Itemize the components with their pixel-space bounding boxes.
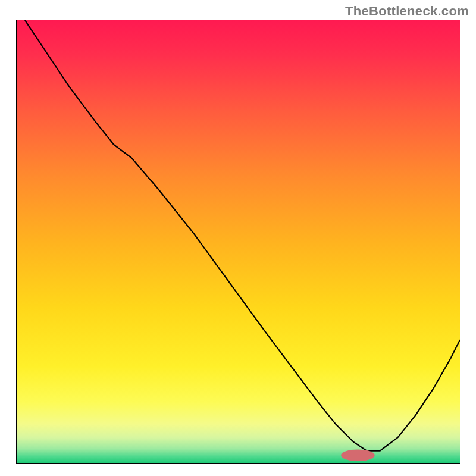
optimal-point-marker bbox=[341, 449, 375, 461]
chart-plot-area bbox=[16, 20, 460, 464]
chart-svg bbox=[16, 20, 460, 464]
attribution-text: TheBottleneck.com bbox=[345, 4, 469, 19]
gradient-background bbox=[16, 20, 460, 464]
